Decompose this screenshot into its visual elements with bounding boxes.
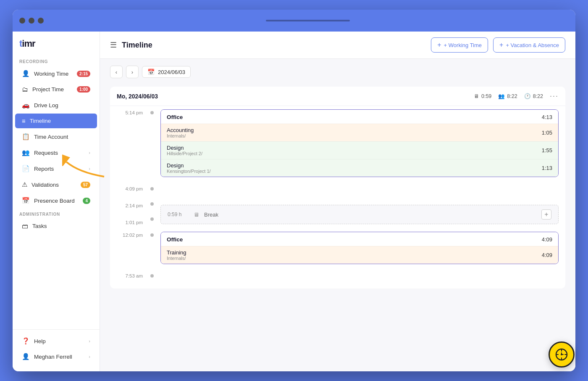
break-monitor-icon: 🖥 bbox=[194, 212, 199, 218]
time-753am-label: 7:53 am bbox=[125, 273, 143, 278]
tasks-label: Tasks bbox=[32, 223, 90, 229]
validations-icon: ⚠ bbox=[22, 181, 27, 188]
break-label: Break bbox=[204, 212, 536, 218]
screen-stat: 🖥 0:59 bbox=[474, 93, 491, 99]
time-1202pm: 12:02 pm bbox=[110, 228, 148, 269]
reports-chevron: › bbox=[89, 166, 90, 171]
project-row-design-hillside[interactable]: Design Hillside/Project 2/ 1:55 bbox=[161, 141, 558, 159]
titlebar bbox=[13, 10, 575, 32]
timeline-row-753am: 7:53 am bbox=[110, 269, 565, 288]
sidebar-item-timeline[interactable]: ≡ Timeline bbox=[15, 114, 97, 128]
training-info: Training Internals/ bbox=[167, 249, 186, 261]
sidebar-item-drive-log[interactable]: 🚗 Drive Log bbox=[15, 98, 97, 113]
day-header: Mo, 2024/06/03 🖥 0:59 👥 8:22 � bbox=[110, 87, 565, 106]
timeline-icon: ≡ bbox=[22, 117, 26, 124]
presence-board-badge: 4 bbox=[83, 198, 90, 204]
traffic-light-2[interactable] bbox=[29, 18, 34, 24]
presence-board-icon: 📅 bbox=[22, 197, 30, 204]
content-area: ‹ › 📅 2024/06/03 Mo, 2024/06/03 🖥 bbox=[100, 59, 575, 371]
project-row-training[interactable]: Training Internals/ 4:09 bbox=[161, 246, 558, 264]
training-time: 4:09 bbox=[542, 252, 552, 258]
sidebar-item-user[interactable]: 👤 Meghan Ferrell › bbox=[15, 349, 97, 364]
page-title: Timeline bbox=[122, 41, 426, 50]
design-hillside-time: 1:55 bbox=[542, 147, 552, 153]
office-bottom-title: Office bbox=[167, 236, 183, 243]
timeline-body: 5:14 pm Office 4:13 bbox=[110, 106, 565, 288]
clock-icon: 🕐 bbox=[524, 93, 531, 99]
float-icon[interactable] bbox=[549, 341, 575, 368]
presence-board-label: Presence Board bbox=[34, 198, 79, 204]
traffic-light-3[interactable] bbox=[38, 18, 44, 24]
reports-icon: 📄 bbox=[22, 165, 30, 172]
people-stat: 👥 8:22 bbox=[498, 93, 517, 99]
requests-chevron: › bbox=[89, 150, 90, 155]
drive-log-icon: 🚗 bbox=[22, 101, 30, 109]
main-content: ☰ Timeline + + Working Time + + Vacation… bbox=[100, 32, 575, 371]
clock-compass-icon bbox=[555, 348, 568, 361]
working-time-btn-label: + Working Time bbox=[444, 42, 482, 48]
next-date-button[interactable]: › bbox=[126, 66, 139, 78]
sidebar-item-validations[interactable]: ⚠ Validations 57 bbox=[15, 177, 97, 192]
date-picker[interactable]: 📅 2024/06/03 bbox=[142, 66, 191, 78]
time-214pm-label: 2:14 pm bbox=[125, 203, 143, 208]
accounting-time: 1:05 bbox=[542, 130, 552, 136]
working-time-icon: 👤 bbox=[22, 70, 30, 77]
logo-accent: t bbox=[19, 38, 22, 49]
dot-214 bbox=[150, 202, 154, 206]
time-multi: 4:09 pm 2:14 pm 1:01 pm bbox=[110, 182, 148, 228]
more-button[interactable]: ··· bbox=[550, 92, 559, 101]
sidebar-item-working-time[interactable]: 👤 Working Time 2:15 bbox=[15, 66, 97, 81]
design-kensington-name: Design bbox=[167, 162, 211, 169]
sidebar-item-project-time[interactable]: 🗂 Project Time 1:00 bbox=[15, 82, 97, 97]
work-block-office-top-header: Office 4:13 bbox=[161, 110, 558, 124]
design-kensington-time: 1:13 bbox=[542, 165, 552, 171]
help-chevron: › bbox=[89, 339, 90, 344]
break-add-button[interactable]: + bbox=[541, 209, 551, 220]
break-row: 0:59 h 🖥 Break + bbox=[160, 205, 559, 224]
design-kensington-info: Design Kensington/Project 1/ bbox=[167, 162, 211, 174]
time-1202pm-label: 12:02 pm bbox=[123, 233, 143, 238]
working-time-button[interactable]: + + Working Time bbox=[431, 37, 488, 53]
clock-time: 8:22 bbox=[533, 93, 543, 99]
accounting-name: Accounting bbox=[167, 127, 194, 133]
float-clock-button[interactable] bbox=[549, 341, 575, 368]
screen-icon: 🖥 bbox=[474, 93, 479, 99]
sidebar-item-presence-board[interactable]: 📅 Presence Board 4 bbox=[15, 193, 97, 208]
sidebar-item-help[interactable]: ❓ Help › bbox=[15, 333, 97, 349]
people-time: 8:22 bbox=[507, 93, 517, 99]
project-row-design-kensington[interactable]: Design Kensington/Project 1/ 1:13 bbox=[161, 159, 558, 177]
sidebar: timr RECORDING 👤 Working Time 2:15 🗂 Pro… bbox=[13, 32, 100, 371]
time-101pm-label: 1:01 pm bbox=[125, 220, 143, 225]
work-block-office-top: Office 4:13 Accounting Internals/ 1: bbox=[160, 109, 559, 177]
design-hillside-path: Hillside/Project 2/ bbox=[167, 151, 202, 156]
screen-time: 0:59 bbox=[481, 93, 491, 99]
tasks-icon: 🗃 bbox=[22, 222, 28, 230]
sidebar-item-tasks[interactable]: 🗃 Tasks bbox=[15, 219, 97, 233]
office-top-title: Office bbox=[167, 114, 183, 120]
prev-date-button[interactable]: ‹ bbox=[110, 66, 123, 78]
accounting-info: Accounting Internals/ bbox=[167, 127, 194, 138]
dot-col-break bbox=[148, 182, 156, 228]
work-block-office-bottom: Office 4:09 Training Internals/ 4:09 bbox=[160, 232, 559, 264]
date-value: 2024/06/03 bbox=[158, 69, 185, 75]
project-time-badge: 1:00 bbox=[77, 86, 90, 93]
sidebar-item-requests[interactable]: 👥 Requests › bbox=[15, 145, 97, 160]
timeline-row-514pm: 5:14 pm Office 4:13 bbox=[110, 106, 565, 182]
user-label: Meghan Ferrell bbox=[34, 354, 84, 360]
break-duration: 0:59 h bbox=[168, 212, 189, 217]
validations-label: Validations bbox=[32, 182, 76, 188]
titlebar-bar bbox=[266, 20, 350, 21]
sidebar-item-reports[interactable]: 📄 Reports › bbox=[15, 161, 97, 176]
project-row-accounting[interactable]: Accounting Internals/ 1:05 bbox=[161, 124, 558, 141]
sidebar-item-time-account[interactable]: 📋 Time Account bbox=[15, 129, 97, 144]
traffic-light-1[interactable] bbox=[19, 18, 25, 24]
accounting-path: Internals/ bbox=[167, 133, 194, 138]
dot-col-753 bbox=[148, 269, 156, 282]
clock-stat: 🕐 8:22 bbox=[524, 93, 543, 99]
timeline-row-1202pm: 12:02 pm Office 4:09 bbox=[110, 228, 565, 269]
plus-icon-2: + bbox=[499, 41, 503, 49]
vacation-button[interactable]: + + Vacation & Absence bbox=[493, 37, 565, 53]
timeline-row-break: 4:09 pm 2:14 pm 1:01 pm bbox=[110, 182, 565, 228]
design-hillside-info: Design Hillside/Project 2/ bbox=[167, 145, 202, 156]
training-name: Training bbox=[167, 249, 186, 256]
